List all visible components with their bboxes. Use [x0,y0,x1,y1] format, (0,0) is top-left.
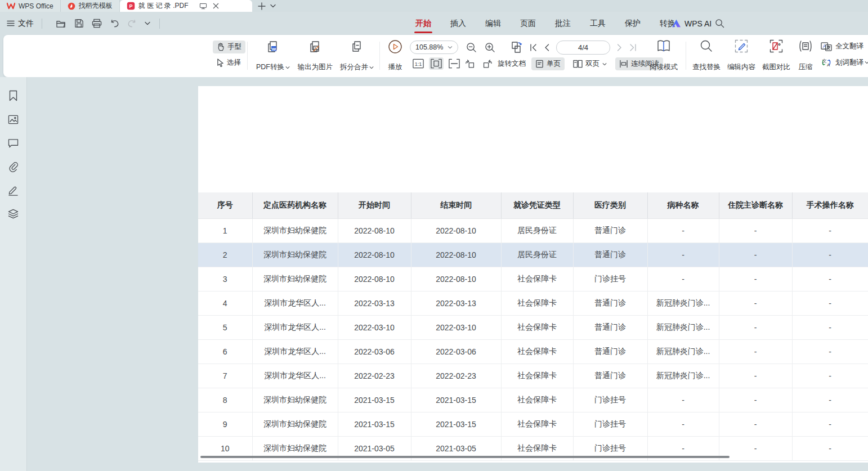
table-cell: - [647,388,719,412]
table-cell: - [792,218,868,243]
screenshot-compare-label: 截图对比 [762,62,790,72]
table-cell: 普通门诊 [573,364,647,388]
table-cell: 门诊挂号 [573,388,647,412]
qat-chevron-icon[interactable] [145,21,150,25]
play-button[interactable]: 播放 [384,39,406,72]
pdf-convert-button[interactable]: W PDF转换 [254,39,292,72]
rotate-left-icon[interactable] [465,59,476,69]
new-tab-icon[interactable] [258,2,266,10]
split-merge-button[interactable]: 拆分合并 [337,39,377,72]
table-cell: 普通门诊 [573,218,647,243]
tab-wps-office[interactable]: WPS Office [0,0,61,12]
table-cell: 深圳市妇幼保健院 [252,243,338,267]
table-cell: 2022-03-10 [338,315,411,339]
horizontal-scrollbar[interactable] [200,456,730,458]
table-cell: - [792,388,868,412]
zoom-out-icon[interactable] [466,42,477,53]
bookmark-icon[interactable] [7,89,20,102]
zoom-in-icon[interactable] [485,42,495,53]
table-cell: 7 [198,364,252,388]
table-cell: - [719,436,792,460]
print-icon[interactable] [92,19,102,28]
file-menu-button[interactable]: 文件 [7,19,34,29]
screenshot-compare-button[interactable]: 截图对比 [759,39,794,72]
attachment-icon[interactable] [7,160,20,173]
table-cell: 2 [198,243,252,267]
open-folder-icon[interactable] [56,19,66,28]
table-row: 1深圳市妇幼保健院2022-08-102022-08-10居民身份证普通门诊--… [198,218,868,243]
cursor-icon [217,59,224,67]
fit-width-icon[interactable] [429,57,444,70]
tab-list-chevron-icon[interactable] [270,4,276,8]
close-tab-icon[interactable] [213,3,219,9]
ribbon-tab-protect[interactable]: 保护 [624,15,642,32]
medical-records-table: 序号定点医药机构名称开始时间结束时间就诊凭证类型医疗类别病种名称住院主诊断名称手… [198,192,868,461]
next-page-icon[interactable] [617,44,622,51]
ribbon-tab-insert[interactable]: 插入 [449,15,467,32]
first-page-icon[interactable] [530,44,538,51]
tab-docer-templates[interactable]: 找稻壳模板 [61,0,120,12]
ribbon-tab-page[interactable]: 页面 [519,15,537,32]
table-cell: 2022-02-23 [338,364,411,388]
word-translate-button[interactable]: 文A 划词翻译 [821,57,868,68]
search-icon[interactable] [715,19,724,28]
table-cell: - [647,218,719,243]
rotate-right-icon[interactable] [481,59,493,69]
ribbon-tabs: 开始 插入 编辑 页面 批注 工具 保护 转换 [414,15,677,32]
layers-icon[interactable] [7,208,20,220]
svg-text:文: 文 [822,59,827,64]
export-image-button[interactable]: 输出为图片 [294,39,337,72]
last-page-icon[interactable] [629,44,637,51]
table-header-cell: 手术操作名称 [792,192,868,218]
ribbon-tab-comment[interactable]: 批注 [554,15,572,32]
table-header-cell: 病种名称 [647,192,719,218]
find-replace-button[interactable]: 查找替换 [689,39,724,72]
table-cell: 深圳市妇幼保健院 [252,412,338,436]
save-icon[interactable] [74,19,84,28]
zoom-level-select[interactable]: 105.88% [410,41,458,54]
signature-icon[interactable] [7,184,20,196]
table-cell: 普通门诊 [573,291,647,315]
table-cell: - [719,267,792,291]
ribbon-toolbar: 手型 选择 W PDF转换 输出为图片 [3,35,868,77]
actual-size-icon[interactable]: 1:1 [413,59,424,69]
double-page-button[interactable]: 双页 [569,57,611,70]
full-text-translate-button[interactable]: A 全文翻译 [821,42,863,51]
compress-button[interactable]: 压缩 [794,39,817,72]
wps-ai-button[interactable]: WPS AI [672,19,712,28]
hand-tool-button[interactable]: 手型 [213,41,245,53]
reorder-pages-icon[interactable] [509,41,524,54]
book-icon [656,39,671,53]
table-cell: - [792,364,868,388]
table-cell: 新冠肺炎门诊... [647,364,719,388]
table-cell: - [792,436,868,460]
select-tool-button[interactable]: 选择 [213,56,245,69]
monitor-icon[interactable] [199,3,207,10]
previous-page-icon[interactable] [544,44,549,51]
page-number-input[interactable]: 4/4 [556,41,610,55]
table-row: 7深圳市龙华区人...2022-02-232022-02-23社会保障卡普通门诊… [198,364,868,388]
ribbon-tab-home[interactable]: 开始 [414,15,432,32]
redo-icon[interactable] [127,20,137,28]
thumbnail-icon[interactable] [7,113,20,125]
read-mode-button[interactable]: 阅读模式 [646,39,681,72]
table-cell: - [719,315,792,339]
full-text-translate-label: 全文翻译 [835,42,863,51]
tab-label: 就 医 记 录 .PDF [138,1,189,11]
edit-content-button[interactable]: 编辑内容 [724,39,759,72]
undo-icon[interactable] [110,20,119,28]
docer-logo-icon [68,2,75,10]
single-page-button[interactable]: 单页 [531,57,565,70]
fit-page-icon[interactable] [449,59,460,69]
single-page-label: 单页 [547,59,561,69]
wps-logo-icon [7,2,15,10]
table-cell: - [792,267,868,291]
ribbon-tab-tools[interactable]: 工具 [589,15,607,32]
comment-icon[interactable] [7,137,20,149]
rotate-doc-label[interactable]: 旋转文档 [498,59,526,69]
tab-document-pdf[interactable]: P 就 医 记 录 .PDF [120,0,252,12]
ribbon-tab-edit[interactable]: 编辑 [484,15,502,32]
table-cell: 2022-03-10 [411,315,501,339]
table-cell: 2021-03-15 [411,412,501,436]
table-cell: 普通门诊 [573,315,647,339]
